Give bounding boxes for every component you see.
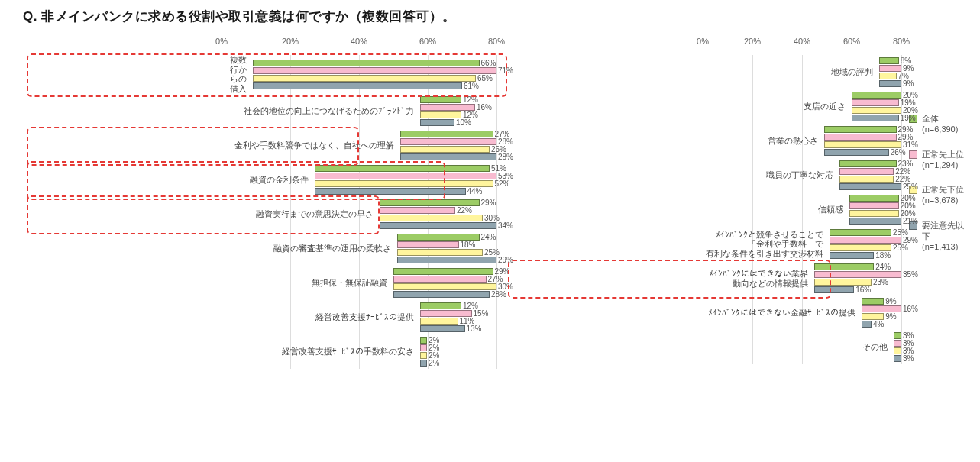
bar: 28% [393, 291, 490, 298]
chart-row: 金利や手数料競争ではなく、自社への理解27%28%26%28% [222, 128, 496, 163]
chart-row: 複数行からの借入66%71%65%61% [222, 55, 496, 94]
axis-tick: 20% [744, 37, 761, 46]
bar: 16% [420, 104, 475, 111]
bar: 12% [420, 111, 461, 118]
chart-row: 支店の近さ20%19%20%19% [703, 89, 901, 124]
bar: 20% [852, 107, 901, 114]
axis-tick: 80% [893, 37, 910, 46]
bar: 30% [393, 283, 496, 290]
legend-item: 正常先上位(n=1,294) [909, 149, 965, 171]
legend-label: 要注意先以下(n=1,413) [922, 220, 965, 253]
row-bars: 12%15%11%13% [420, 300, 496, 334]
bar-value: 25% [903, 183, 918, 191]
bar: 22% [839, 176, 894, 183]
bar: 23% [814, 279, 872, 286]
bar: 3% [894, 347, 901, 354]
chart-row: ﾒｲﾝﾊﾞﾝｸにはできない業界動向などの情報提供24%35%23%16% [703, 261, 901, 296]
row-bars: 3%3%3%3% [894, 330, 901, 364]
chart-row: 融資実行までの意思決定の早さ29%22%30%34% [222, 197, 496, 231]
bar: 34% [380, 222, 496, 229]
bar: 4% [862, 321, 872, 328]
bar: 16% [862, 305, 901, 312]
bar: 16% [814, 286, 854, 293]
bar: 12% [420, 96, 461, 103]
bar-value: 61% [464, 82, 479, 90]
bar: 15% [420, 310, 472, 317]
bar-value: 15% [474, 309, 489, 318]
chart-row: 経営改善支援ｻｰﾋﾞｽの提供12%15%11%13% [222, 300, 496, 334]
axis-tick: 60% [843, 37, 860, 46]
bar: 61% [253, 82, 463, 89]
bar: 29% [393, 268, 493, 275]
bar: 10% [420, 119, 454, 126]
bar: 51% [315, 165, 490, 172]
row-label: 営業の熱心さ [703, 136, 824, 146]
bar: 52% [315, 180, 493, 187]
bar: 8% [879, 57, 899, 64]
bar: 2% [420, 352, 427, 359]
row-label: 支店の近さ [703, 102, 852, 111]
bar: 53% [315, 173, 497, 179]
row-bars: 66%71%65%61% [253, 57, 497, 92]
bar: 9% [862, 298, 884, 305]
bar: 20% [852, 92, 901, 99]
bar-value: 10% [456, 118, 471, 127]
axis-tick: 80% [488, 37, 505, 46]
row-label: その他 [703, 342, 894, 352]
legend: 全体(n=6,390)正常先上位(n=1,294)正常先下位(n=3,678)要… [909, 37, 965, 369]
bar-value: 44% [467, 187, 483, 195]
bar-value: 9% [885, 312, 896, 321]
bar-value: 65% [477, 74, 493, 82]
row-label: 社会的地位の向上につなげるためのﾌﾞﾗﾝﾄﾞ力 [222, 106, 420, 116]
chart-row: 社会的地位の向上につなげるためのﾌﾞﾗﾝﾄﾞ力12%16%12%10% [222, 94, 496, 128]
bar-value: 9% [903, 79, 914, 88]
chart-left: 0%20%40%60%80%複数行からの借入66%71%65%61%社会的地位の… [23, 37, 496, 369]
bar: 25% [830, 244, 891, 251]
bar-value: 66% [481, 59, 496, 67]
bar: 9% [862, 313, 884, 320]
bar: 31% [824, 141, 901, 148]
bar: 66% [253, 60, 480, 66]
bar-value: 18% [461, 241, 476, 249]
row-bars: 29%27%30%28% [393, 266, 496, 300]
chart-right: 0%20%40%60%80%地域の評判8%9%7%9%支店の近さ20%19%20… [504, 37, 901, 369]
bar: 9% [879, 65, 901, 72]
chart-row: 無担保・無保証融資29%27%30%28% [222, 266, 496, 300]
row-label: ﾒｲﾝﾊﾞﾝｸと競争させることで「金利や手数料」で有利な条件を引き出す交渉材料 [703, 230, 830, 259]
bar: 3% [894, 355, 901, 362]
bar-value: 2% [429, 359, 439, 367]
legend-item: 全体(n=6,390) [909, 113, 965, 135]
row-bars: 29%22%30%34% [380, 197, 496, 231]
bar: 21% [849, 218, 901, 225]
axis-tick: 40% [351, 37, 367, 46]
bar: 44% [315, 188, 466, 195]
bar-value: 21% [903, 217, 918, 225]
chart-row: 融資の審査基準の運用の柔軟さ24%18%25%29% [222, 231, 496, 266]
bar: 25% [830, 229, 891, 236]
bar: 13% [420, 325, 465, 332]
row-label: 職員の丁寧な対応 [703, 170, 839, 180]
bar: 3% [894, 340, 901, 347]
bar-value: 22% [457, 206, 472, 215]
row-label: ﾒｲﾝﾊﾞﾝｸにはできない金融ｻｰﾋﾞｽの提供 [703, 308, 862, 318]
bar-value: 4% [873, 320, 884, 328]
row-label: 経営改善支援ｻｰﾋﾞｽの提供 [222, 312, 420, 322]
row-bars: 20%20%20%21% [849, 192, 901, 227]
bar: 27% [400, 131, 493, 137]
bar: 65% [253, 75, 477, 82]
row-label: 複数行からの借入 [222, 55, 253, 94]
bar: 18% [397, 241, 459, 248]
row-bars: 8%9%7%9% [879, 55, 901, 89]
bar: 71% [253, 67, 497, 74]
row-label: 地域の評判 [703, 67, 879, 77]
bar: 20% [849, 202, 899, 209]
row-label: 金利や手数料競争ではなく、自社への理解 [222, 141, 400, 150]
legend-swatch [909, 150, 917, 159]
row-bars: 25%29%25%18% [830, 227, 901, 261]
bar: 35% [814, 271, 901, 278]
bar: 2% [420, 344, 427, 351]
bar-value: 13% [467, 325, 482, 333]
bar: 29% [824, 126, 896, 133]
chart-row: 経営改善支援ｻｰﾋﾞｽの手数料の安さ2%2%2%2% [222, 334, 496, 369]
bar-value: 16% [855, 286, 871, 294]
